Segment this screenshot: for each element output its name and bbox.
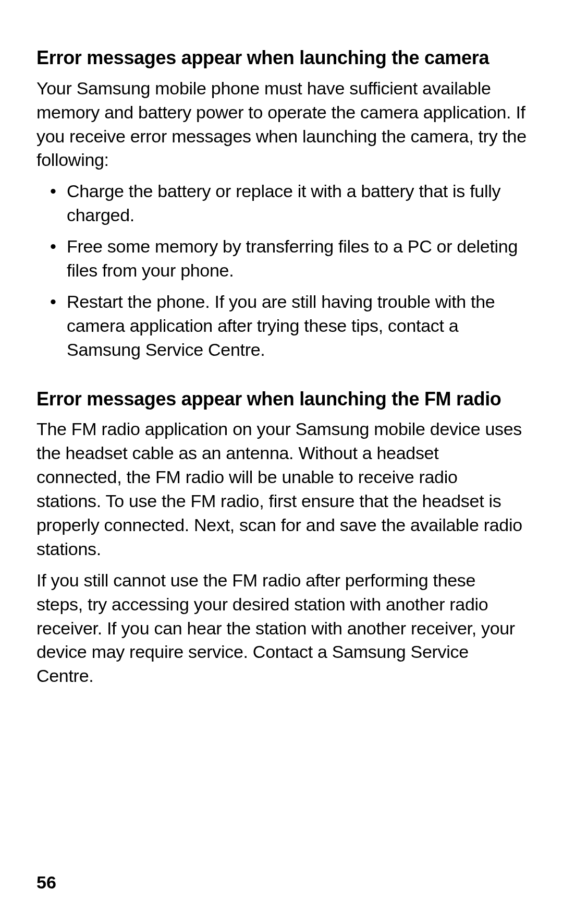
section-heading: Error messages appear when launching the… xyxy=(36,387,527,412)
bullet-list: Charge the battery or replace it with a … xyxy=(36,179,527,362)
list-item: Restart the phone. If you are still havi… xyxy=(36,290,527,362)
section-paragraph: If you still cannot use the FM radio aft… xyxy=(36,569,527,688)
section-intro: Your Samsung mobile phone must have suff… xyxy=(36,77,527,173)
document-page: Error messages appear when launching the… xyxy=(0,0,563,924)
section-camera-errors: Error messages appear when launching the… xyxy=(36,46,527,362)
list-item: Free some memory by transferring files t… xyxy=(36,235,527,283)
list-item: Charge the battery or replace it with a … xyxy=(36,179,527,227)
section-paragraph: The FM radio application on your Samsung… xyxy=(36,417,527,561)
section-heading: Error messages appear when launching the… xyxy=(36,46,527,70)
section-fm-radio-errors: Error messages appear when launching the… xyxy=(36,387,527,689)
page-number: 56 xyxy=(36,872,56,893)
